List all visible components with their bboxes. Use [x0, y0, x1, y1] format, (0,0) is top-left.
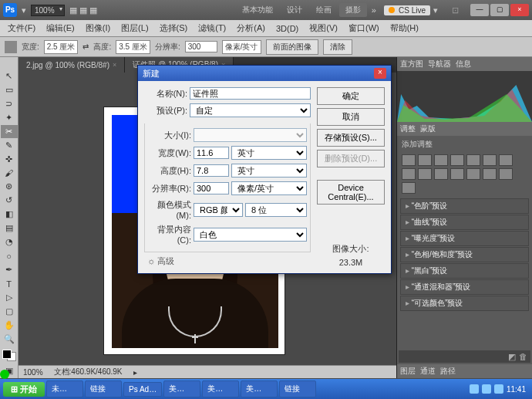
zoom-tool[interactable]: 🔍 [1, 333, 18, 346]
crop-tool-icon[interactable] [5, 41, 17, 53]
start-button[interactable]: ⊞ 开始 [3, 382, 45, 397]
task-item-6[interactable]: 链接 [279, 380, 316, 397]
opt-width-field[interactable]: 2.5 厘米 [44, 40, 79, 54]
opt-res-field[interactable]: 300 [185, 41, 217, 52]
resolution-unit-select[interactable]: 像素/英寸 [231, 181, 307, 195]
menu-layer[interactable]: 图层(L) [116, 21, 153, 36]
preset-select[interactable]: 自定 [190, 103, 311, 117]
ws-tab-photography[interactable]: 摄影 [339, 3, 367, 17]
search-icon[interactable]: ⊡ [449, 5, 461, 15]
cslive-button[interactable]: CS Live [384, 5, 430, 15]
preset-huesat[interactable]: “色相/饱和度”预设 [400, 247, 529, 262]
menu-select[interactable]: 选择(S) [155, 21, 193, 36]
adj-colorbalance-icon[interactable] [499, 154, 513, 166]
tab-histogram[interactable]: 直方图 [400, 59, 423, 69]
adj-bw-icon[interactable] [402, 168, 416, 180]
blur-tool[interactable]: ◔ [1, 235, 18, 249]
cancel-button[interactable]: 取消 [317, 108, 385, 126]
menu-edit[interactable]: 编辑(E) [42, 21, 79, 36]
eraser-tool[interactable]: ◧ [1, 208, 18, 221]
menu-window[interactable]: 窗口(W) [344, 21, 384, 36]
width-unit-select[interactable]: 英寸 [231, 146, 307, 160]
adj-expand-icon[interactable]: ◩ [508, 352, 516, 361]
gradient-tool[interactable]: ▤ [1, 221, 18, 235]
preset-exposure[interactable]: “曝光度”预设 [400, 231, 529, 246]
tab-masks[interactable]: 蒙版 [420, 123, 436, 134]
adj-exposure-icon[interactable] [450, 154, 464, 166]
adj-photofilter-icon[interactable] [418, 168, 432, 180]
dialog-titlebar[interactable]: 新建 × [138, 66, 391, 81]
menu-image[interactable]: 图像(I) [81, 21, 115, 36]
move-tool[interactable]: ↖ [1, 69, 18, 83]
menu-3d[interactable]: 3D(D) [271, 22, 303, 35]
preset-curves[interactable]: “曲线”预设 [400, 215, 529, 230]
tab-channels[interactable]: 通道 [420, 366, 436, 377]
tray-clock[interactable]: 11:41 [507, 385, 526, 394]
bitdepth-select[interactable]: 8 位 [245, 203, 307, 217]
quickmask-toggle[interactable]: ▣ [1, 364, 18, 377]
crop-tool[interactable]: ✂ [1, 125, 18, 138]
type-tool[interactable]: T [1, 277, 18, 290]
resolution-field[interactable] [194, 182, 229, 194]
adj-gradientmap-icon[interactable] [499, 168, 513, 180]
view-icons[interactable]: ▦ ▦ ▦ [69, 5, 97, 15]
pen-tool[interactable]: ✒ [1, 263, 18, 276]
adj-channelmixer-icon[interactable] [434, 168, 448, 180]
adj-brightness-icon[interactable] [402, 154, 416, 166]
lasso-tool[interactable]: ⊃ [1, 97, 18, 110]
background-select[interactable]: 白色 [194, 228, 307, 242]
advanced-toggle[interactable]: ☼ 高级 [144, 252, 311, 267]
swap-icon[interactable]: ⇄ [82, 42, 89, 51]
eyedropper-tool[interactable]: ✎ [1, 139, 18, 152]
tab-info[interactable]: 信息 [456, 59, 471, 69]
menu-view[interactable]: 视图(V) [305, 21, 342, 36]
adj-invert-icon[interactable] [450, 168, 464, 180]
task-item-0[interactable]: 未… [46, 380, 83, 397]
minimize-button[interactable]: — [470, 4, 489, 16]
preset-bw[interactable]: “黑白”预设 [400, 263, 529, 279]
tab-adjustments[interactable]: 调整 [400, 123, 416, 134]
adj-trash-icon[interactable]: 🗑 [519, 352, 527, 361]
opt-front-image-button[interactable]: 前面的图像 [266, 39, 318, 55]
adj-selectivecolor-icon[interactable] [402, 182, 416, 194]
task-item-4[interactable]: 美… [202, 380, 239, 397]
device-central-button[interactable]: Device Central(E)... [317, 180, 385, 205]
tab-navigator[interactable]: 导航器 [428, 59, 451, 69]
tray-icon[interactable] [470, 384, 479, 394]
menu-analysis[interactable]: 分析(A) [232, 21, 270, 36]
menu-filter[interactable]: 滤镜(T) [194, 21, 231, 36]
dialog-close-button[interactable]: × [374, 68, 386, 79]
ws-more-icon[interactable]: » [369, 5, 379, 15]
marquee-tool[interactable]: ▭ [1, 83, 18, 96]
path-tool[interactable]: ▷ [1, 291, 18, 304]
zoom-combo[interactable]: 100% [31, 5, 65, 16]
menu-chevron[interactable]: ▾ [22, 5, 26, 15]
menu-file[interactable]: 文件(F) [3, 21, 40, 36]
height-unit-select[interactable]: 英寸 [231, 164, 307, 178]
task-item-5[interactable]: 美… [241, 380, 278, 397]
status-zoom[interactable]: 100% [23, 368, 43, 377]
adj-threshold-icon[interactable] [483, 168, 497, 180]
ws-tab-design[interactable]: 设计 [281, 3, 308, 17]
width-field[interactable] [194, 147, 229, 159]
task-item-1[interactable]: 链接 [85, 380, 122, 397]
menu-help[interactable]: 帮助(H) [386, 21, 423, 36]
name-field[interactable] [190, 87, 311, 100]
tab-layers[interactable]: 图层 [400, 366, 416, 377]
tray-icon[interactable] [482, 384, 491, 394]
ws-tab-painting[interactable]: 绘画 [310, 3, 338, 17]
hand-tool[interactable]: ✋ [1, 319, 18, 332]
ok-button[interactable]: 确定 [317, 87, 385, 105]
history-brush-tool[interactable]: ↺ [1, 194, 18, 207]
brush-tool[interactable]: 🖌 [1, 167, 18, 180]
color-swatches[interactable] [2, 350, 16, 361]
tab-close-icon[interactable]: × [113, 61, 116, 69]
preset-selectivecolor[interactable]: “可选颜色”预设 [400, 296, 529, 311]
preset-channelmixer[interactable]: “通道混和器”预设 [400, 279, 529, 295]
opt-height-field[interactable]: 3.5 厘米 [116, 40, 150, 54]
close-button[interactable]: × [510, 4, 529, 16]
opt-clear-button[interactable]: 清除 [323, 39, 352, 55]
ws-tab-essentials[interactable]: 基本功能 [236, 3, 279, 17]
dodge-tool[interactable]: ○ [1, 249, 18, 262]
wand-tool[interactable]: ✦ [1, 111, 18, 124]
